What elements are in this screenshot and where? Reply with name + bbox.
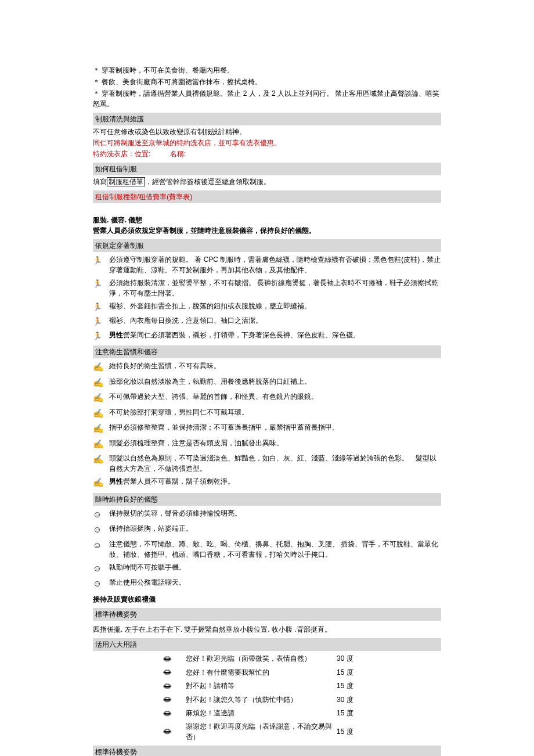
pen-icon bbox=[93, 407, 109, 420]
list-item: 保持抬頭挺胸，站姿端正。 bbox=[93, 523, 441, 537]
wash-line-red: 特約洗衣店：位置: 名稱: bbox=[93, 149, 441, 159]
phrase-row: 對不起！請稍等15 度 bbox=[163, 681, 441, 692]
item-text: 必須遵守制服穿著的規範。 著 CPC 制服時，需著膚色絲襪，隨時檢查絲襪有否破損… bbox=[109, 254, 441, 275]
item-text: 禁止使用公務電話聊天。 bbox=[109, 577, 441, 588]
phrase-degree: 15 度 bbox=[337, 667, 366, 678]
section-header-standby: 標準待機姿勢 bbox=[93, 608, 441, 621]
item-text: 執勤時間不可按聽手機。 bbox=[109, 562, 441, 573]
rule-item: ＊ 餐飲、美食街廠商不可將圍裙當作抹布，擦拭桌椅。 bbox=[93, 77, 441, 87]
section-header-standby2: 標準待機姿勢 bbox=[93, 746, 441, 756]
smile-icon bbox=[93, 508, 109, 521]
service-title: 接待及販賣收銀禮儀 bbox=[93, 594, 441, 604]
item-text: 男性營業人員不可蓄鬍，鬍子須剃乾淨。 bbox=[109, 476, 441, 487]
runner-icon bbox=[93, 315, 109, 327]
lips-icon bbox=[163, 653, 186, 665]
section-header-manner: 隨時維持良好的儀態 bbox=[93, 493, 441, 506]
phrase-degree: 30 度 bbox=[337, 653, 366, 664]
list-item: 男性營業人員不可蓄鬍，鬍子須剃乾淨。 bbox=[93, 476, 441, 489]
list-item: 頭髮以自然色為原則，不可染過淺淡色、鮮豔色，如白、灰、紅、淺藍、淺綠等過於誇張的… bbox=[93, 453, 441, 474]
lips-icon bbox=[163, 726, 186, 737]
smile-icon bbox=[93, 539, 109, 552]
phrase-row: 您好！有什麼需要我幫忙的15 度 bbox=[163, 667, 441, 678]
list-item: 不可佩帶過於大型、誇張、華麗的首飾，和怪異、有色鏡片的眼鏡。 bbox=[93, 391, 441, 405]
item-text: 不可佩帶過於大型、誇張、華麗的首飾，和怪異、有色鏡片的眼鏡。 bbox=[109, 391, 441, 402]
list-item: 禁止使用公務電話聊天。 bbox=[93, 577, 441, 591]
phrase-text: 麻煩您！這邊請 bbox=[186, 708, 337, 718]
phrase-degree: 15 度 bbox=[337, 726, 366, 737]
wash-line-red: 同仁可將制服送至京華城的特約洗衣店，並可享有洗衣優惠。 bbox=[93, 138, 441, 148]
item-text: 頭髮以自然色為原則，不可染過淺淡色、鮮豔色，如白、灰、紅、淺藍、淺綠等過於誇張的… bbox=[109, 453, 441, 474]
text: 填寫 bbox=[93, 178, 107, 186]
manner-list: 保持親切的笑容，聲音必須維持愉悅明亮。保持抬頭挺胸，站姿端正。注意儀態，不可懶散… bbox=[93, 508, 441, 591]
list-item: 維持良好的衛生習慣，不可有異味。 bbox=[93, 361, 441, 374]
item-text: 襯衫、內衣應每日換洗，注意領口、袖口之清潔。 bbox=[109, 315, 441, 326]
list-item: 男性營業同仁必須著西裝，襯衫，打領帶，下身著深色長褲、深色皮鞋、深色襪。 bbox=[93, 330, 441, 342]
item-text: 臉部化妝以自然淡妝為主，執勤前、用餐後應將脫落的口紅補上。 bbox=[109, 376, 441, 387]
runner-icon bbox=[93, 301, 109, 313]
lips-icon bbox=[163, 667, 186, 678]
phrase-row: 麻煩您！這邊請15 度 bbox=[163, 708, 441, 719]
list-item: 必須維持服裝清潔，並熨燙平整，不可有皺摺。 長褲折線應燙挺，著長袖上衣時不可捲袖… bbox=[93, 278, 441, 298]
item-text: 襯衫、外套鈕扣需全扣上，脫落的鈕扣或衣服脫線，應立即縫補。 bbox=[109, 301, 441, 311]
pen-icon bbox=[93, 391, 109, 405]
phrase-row: 您好！歡迎光臨（面帶微笑，表情自然）30 度 bbox=[163, 653, 441, 665]
lips-icon bbox=[163, 681, 186, 692]
smile-icon bbox=[93, 562, 109, 575]
lips-icon bbox=[163, 708, 186, 719]
list-item: 不可於臉部打洞穿環，男性同仁不可戴耳環。 bbox=[93, 407, 441, 420]
pen-icon bbox=[93, 376, 109, 390]
phrase-degree: 30 度 bbox=[337, 694, 366, 705]
pen-icon bbox=[93, 361, 109, 374]
item-text: 必須維持服裝清潔，並熨燙平整，不可有皺摺。 長褲折線應燙挺，著長袖上衣時不可捲袖… bbox=[109, 278, 441, 298]
section-header-uniform: 依規定穿著制服 bbox=[93, 239, 441, 252]
phrase-row: 對不起！讓您久等了（慎防忙中錯）30 度 bbox=[163, 694, 441, 705]
item-text: 注意儀態，不可懶散、蹲、敞、吃、喝、倚櫃、擤鼻、托腮、抱胸、叉腰、 插袋、背手，… bbox=[109, 539, 441, 560]
pen-icon bbox=[93, 476, 109, 489]
dress-subtitle: 營業人員必須依規定穿著制服，並隨時注意服裝儀容，保持良好的儀態。 bbox=[93, 225, 441, 236]
wash-line: 不可任意修改或染色以致改變原有制服設計精神。 bbox=[93, 127, 441, 137]
item-text: 維持良好的衛生習慣，不可有異味。 bbox=[109, 361, 441, 371]
runner-icon bbox=[93, 330, 109, 342]
section-header-hygiene: 注意衛生習慣和儀容 bbox=[93, 345, 441, 358]
item-text: 保持抬頭挺胸，站姿端正。 bbox=[109, 523, 441, 534]
list-item: 必須遵守制服穿著的規範。 著 CPC 制服時，需著膚色絲襪，隨時檢查絲襪有否破損… bbox=[93, 254, 441, 275]
phrase-text: 您好！有什麼需要我幫忙的 bbox=[186, 667, 337, 678]
list-item: 注意儀態，不可懶散、蹲、敞、吃、喝、倚櫃、擤鼻、托腮、抱胸、叉腰、 插袋、背手，… bbox=[93, 539, 441, 560]
phrase-degree: 15 度 bbox=[337, 708, 366, 718]
rule-item: ＊ 穿著制服時，請遵循營業人員禮儀規範。禁止 2 人，及 2 人以上並列同行。 … bbox=[93, 88, 441, 109]
section-header-rent: 如何租借制服 bbox=[93, 163, 441, 175]
boxed-form-name: 制服租借單 bbox=[107, 177, 145, 186]
phrase-text: 對不起！請稍等 bbox=[186, 681, 337, 691]
hygiene-list: 維持良好的衛生習慣，不可有異味。臉部化妝以自然淡妝為主，執勤前、用餐後應將脫落的… bbox=[93, 361, 441, 489]
list-item: 臉部化妝以自然淡妝為主，執勤前、用餐後應將脫落的口紅補上。 bbox=[93, 376, 441, 390]
section-header-six: 活用六大用語 bbox=[93, 638, 441, 651]
item-text: 不可於臉部打洞穿環，男性同仁不可戴耳環。 bbox=[109, 407, 441, 417]
rule-item: ＊ 穿著制服時，不可在美食街、餐廳內用餐。 bbox=[93, 65, 441, 75]
section-header-rentfee: 租借制服種類/租借費率(費率表) bbox=[93, 190, 441, 203]
smile-icon bbox=[93, 523, 109, 537]
text: ，經營管幹部簽核後逕至總倉領取制服。 bbox=[145, 178, 270, 186]
runner-icon bbox=[93, 254, 109, 267]
standby-text: 四指併攏. 左手在上右手在下. 雙手握緊自然垂放小腹位置. 收小腹 .背部挺直。 bbox=[93, 624, 441, 635]
uniform-list: 必須遵守制服穿著的規範。 著 CPC 制服時，需著膚色絲襪，隨時檢查絲襪有否破損… bbox=[93, 254, 441, 342]
phrase-text: 您好！歡迎光臨（面帶微笑，表情自然） bbox=[186, 653, 337, 664]
item-text: 指甲必須修整整齊，並保持清潔；不可蓄過長指甲，嚴禁指甲蓄留長指甲。 bbox=[109, 422, 441, 433]
list-item: 頭髮必須梳理整齊，注意是否有頭皮屑，油膩發出異味。 bbox=[93, 438, 441, 451]
phrase-row: 謝謝您！歡迎再度光臨（表達謝意，不論交易與否）15 度 bbox=[163, 721, 441, 742]
item-text: 男性營業同仁必須著西裝，襯衫，打領帶，下身著深色長褲、深色皮鞋、深色襪。 bbox=[109, 330, 441, 340]
phrase-table: 您好！歡迎光臨（面帶微笑，表情自然）30 度您好！有什麼需要我幫忙的15 度對不… bbox=[163, 653, 441, 743]
pen-icon bbox=[93, 422, 109, 435]
runner-icon bbox=[93, 278, 109, 290]
lips-icon bbox=[163, 694, 186, 705]
pen-icon bbox=[93, 453, 109, 466]
dress-title: 服裝. 儀容. 儀態 bbox=[93, 215, 441, 225]
list-item: 執勤時間不可按聽手機。 bbox=[93, 562, 441, 575]
list-item: 保持親切的笑容，聲音必須維持愉悅明亮。 bbox=[93, 508, 441, 521]
top-rules: ＊ 穿著制服時，不可在美食街、餐廳內用餐。 ＊ 餐飲、美食街廠商不可將圍裙當作抹… bbox=[93, 65, 441, 109]
item-text: 頭髮必須梳理整齊，注意是否有頭皮屑，油膩發出異味。 bbox=[109, 438, 441, 448]
section-header-wash: 制服清洗與維護 bbox=[93, 113, 441, 125]
pen-icon bbox=[93, 438, 109, 451]
rent-line: 填寫制服租借單，經營管幹部簽核後逕至總倉領取制服。 bbox=[93, 177, 441, 187]
item-text: 保持親切的笑容，聲音必須維持愉悅明亮。 bbox=[109, 508, 441, 519]
phrase-text: 謝謝您！歡迎再度光臨（表達謝意，不論交易與否） bbox=[186, 721, 337, 742]
